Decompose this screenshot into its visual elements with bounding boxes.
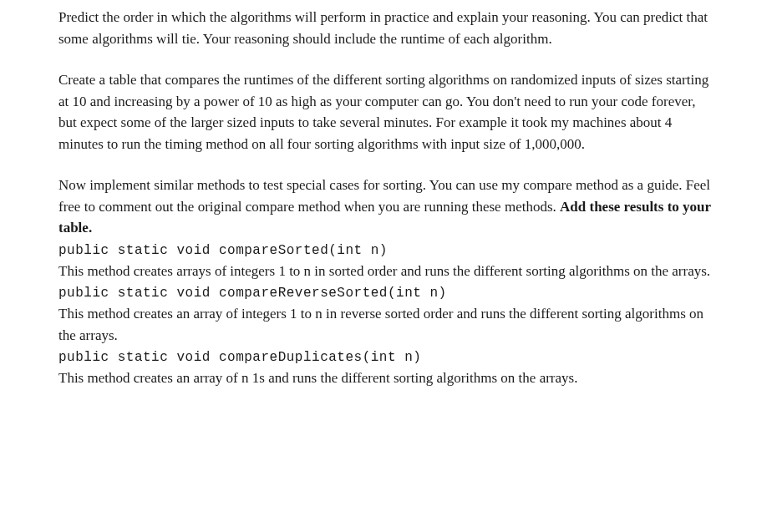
method-signature-compareReverseSorted: public static void compareReverseSorted(… [58, 283, 714, 303]
paragraph-predict: Predict the order in which the algorithm… [58, 7, 714, 49]
method-signature-compareDuplicates: public static void compareDuplicates(int… [58, 347, 714, 367]
method-description-compareReverseSorted: This method creates an array of integers… [58, 303, 714, 346]
method-description-compareSorted: This method creates arrays of integers 1… [58, 261, 714, 282]
method-signature-compareSorted: public static void compareSorted(int n) [58, 241, 714, 261]
paragraph-implement: Now implement similar methods to test sp… [58, 175, 714, 239]
method-description-compareDuplicates: This method creates an array of n 1s and… [58, 367, 714, 389]
paragraph-table: Create a table that compares the runtime… [58, 69, 714, 155]
